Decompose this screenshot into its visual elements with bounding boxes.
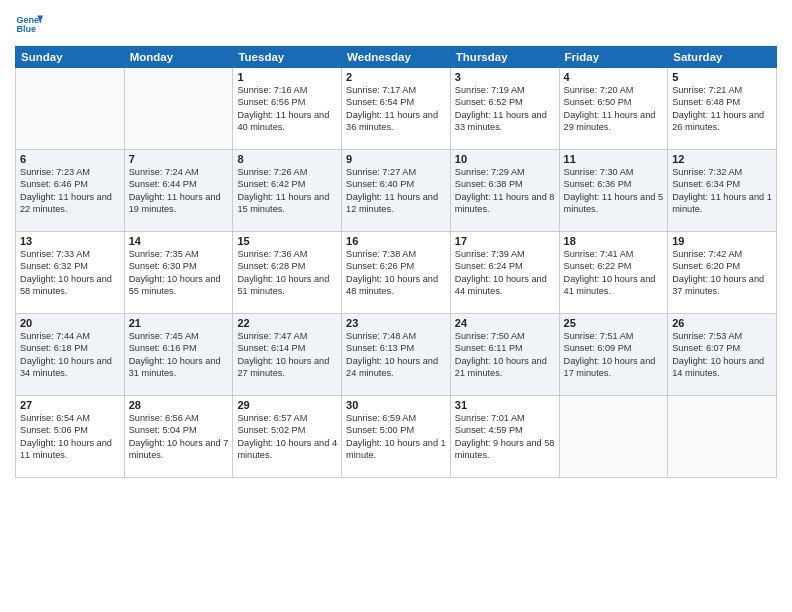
day-info: Sunrise: 7:50 AM Sunset: 6:11 PM Dayligh… <box>455 330 555 380</box>
day-number: 29 <box>237 399 337 411</box>
calendar-cell: 20Sunrise: 7:44 AM Sunset: 6:18 PM Dayli… <box>16 314 125 396</box>
calendar-table: SundayMondayTuesdayWednesdayThursdayFrid… <box>15 46 777 478</box>
calendar-cell: 28Sunrise: 6:56 AM Sunset: 5:04 PM Dayli… <box>124 396 233 478</box>
day-info: Sunrise: 7:44 AM Sunset: 6:18 PM Dayligh… <box>20 330 120 380</box>
day-number: 8 <box>237 153 337 165</box>
calendar-cell: 2Sunrise: 7:17 AM Sunset: 6:54 PM Daylig… <box>342 68 451 150</box>
day-number: 12 <box>672 153 772 165</box>
week-row-1: 1Sunrise: 7:16 AM Sunset: 6:56 PM Daylig… <box>16 68 777 150</box>
day-info: Sunrise: 7:51 AM Sunset: 6:09 PM Dayligh… <box>564 330 664 380</box>
calendar-cell: 15Sunrise: 7:36 AM Sunset: 6:28 PM Dayli… <box>233 232 342 314</box>
weekday-thursday: Thursday <box>450 47 559 68</box>
calendar-cell: 14Sunrise: 7:35 AM Sunset: 6:30 PM Dayli… <box>124 232 233 314</box>
calendar-cell: 13Sunrise: 7:33 AM Sunset: 6:32 PM Dayli… <box>16 232 125 314</box>
day-number: 13 <box>20 235 120 247</box>
calendar-cell: 31Sunrise: 7:01 AM Sunset: 4:59 PM Dayli… <box>450 396 559 478</box>
day-number: 27 <box>20 399 120 411</box>
day-info: Sunrise: 6:56 AM Sunset: 5:04 PM Dayligh… <box>129 412 229 462</box>
day-info: Sunrise: 6:54 AM Sunset: 5:06 PM Dayligh… <box>20 412 120 462</box>
header: General Blue <box>15 10 777 38</box>
day-info: Sunrise: 7:36 AM Sunset: 6:28 PM Dayligh… <box>237 248 337 298</box>
day-number: 2 <box>346 71 446 83</box>
day-number: 6 <box>20 153 120 165</box>
weekday-sunday: Sunday <box>16 47 125 68</box>
calendar-cell <box>16 68 125 150</box>
calendar-body: 1Sunrise: 7:16 AM Sunset: 6:56 PM Daylig… <box>16 68 777 478</box>
day-number: 4 <box>564 71 664 83</box>
day-info: Sunrise: 6:57 AM Sunset: 5:02 PM Dayligh… <box>237 412 337 462</box>
day-number: 23 <box>346 317 446 329</box>
weekday-header-row: SundayMondayTuesdayWednesdayThursdayFrid… <box>16 47 777 68</box>
calendar-cell: 4Sunrise: 7:20 AM Sunset: 6:50 PM Daylig… <box>559 68 668 150</box>
day-number: 28 <box>129 399 229 411</box>
calendar-cell: 17Sunrise: 7:39 AM Sunset: 6:24 PM Dayli… <box>450 232 559 314</box>
calendar-cell: 12Sunrise: 7:32 AM Sunset: 6:34 PM Dayli… <box>668 150 777 232</box>
svg-text:Blue: Blue <box>16 24 36 34</box>
weekday-tuesday: Tuesday <box>233 47 342 68</box>
day-number: 25 <box>564 317 664 329</box>
calendar-cell <box>124 68 233 150</box>
weekday-friday: Friday <box>559 47 668 68</box>
day-number: 20 <box>20 317 120 329</box>
day-info: Sunrise: 7:33 AM Sunset: 6:32 PM Dayligh… <box>20 248 120 298</box>
day-info: Sunrise: 7:01 AM Sunset: 4:59 PM Dayligh… <box>455 412 555 462</box>
weekday-monday: Monday <box>124 47 233 68</box>
calendar-cell: 23Sunrise: 7:48 AM Sunset: 6:13 PM Dayli… <box>342 314 451 396</box>
logo: General Blue <box>15 10 43 38</box>
day-number: 31 <box>455 399 555 411</box>
calendar-cell: 5Sunrise: 7:21 AM Sunset: 6:48 PM Daylig… <box>668 68 777 150</box>
calendar-cell: 1Sunrise: 7:16 AM Sunset: 6:56 PM Daylig… <box>233 68 342 150</box>
day-info: Sunrise: 7:32 AM Sunset: 6:34 PM Dayligh… <box>672 166 772 216</box>
calendar-cell: 27Sunrise: 6:54 AM Sunset: 5:06 PM Dayli… <box>16 396 125 478</box>
day-number: 18 <box>564 235 664 247</box>
calendar-cell: 30Sunrise: 6:59 AM Sunset: 5:00 PM Dayli… <box>342 396 451 478</box>
day-info: Sunrise: 7:24 AM Sunset: 6:44 PM Dayligh… <box>129 166 229 216</box>
calendar-cell: 7Sunrise: 7:24 AM Sunset: 6:44 PM Daylig… <box>124 150 233 232</box>
calendar-cell: 25Sunrise: 7:51 AM Sunset: 6:09 PM Dayli… <box>559 314 668 396</box>
day-info: Sunrise: 7:41 AM Sunset: 6:22 PM Dayligh… <box>564 248 664 298</box>
day-number: 1 <box>237 71 337 83</box>
day-info: Sunrise: 7:16 AM Sunset: 6:56 PM Dayligh… <box>237 84 337 134</box>
logo-icon: General Blue <box>15 10 43 38</box>
day-info: Sunrise: 7:39 AM Sunset: 6:24 PM Dayligh… <box>455 248 555 298</box>
calendar-cell: 10Sunrise: 7:29 AM Sunset: 6:38 PM Dayli… <box>450 150 559 232</box>
calendar-cell: 26Sunrise: 7:53 AM Sunset: 6:07 PM Dayli… <box>668 314 777 396</box>
day-number: 11 <box>564 153 664 165</box>
week-row-5: 27Sunrise: 6:54 AM Sunset: 5:06 PM Dayli… <box>16 396 777 478</box>
day-number: 21 <box>129 317 229 329</box>
week-row-2: 6Sunrise: 7:23 AM Sunset: 6:46 PM Daylig… <box>16 150 777 232</box>
day-info: Sunrise: 7:26 AM Sunset: 6:42 PM Dayligh… <box>237 166 337 216</box>
calendar-cell: 18Sunrise: 7:41 AM Sunset: 6:22 PM Dayli… <box>559 232 668 314</box>
day-info: Sunrise: 7:53 AM Sunset: 6:07 PM Dayligh… <box>672 330 772 380</box>
day-info: Sunrise: 7:17 AM Sunset: 6:54 PM Dayligh… <box>346 84 446 134</box>
calendar-cell: 3Sunrise: 7:19 AM Sunset: 6:52 PM Daylig… <box>450 68 559 150</box>
day-number: 3 <box>455 71 555 83</box>
day-info: Sunrise: 7:21 AM Sunset: 6:48 PM Dayligh… <box>672 84 772 134</box>
day-info: Sunrise: 7:45 AM Sunset: 6:16 PM Dayligh… <box>129 330 229 380</box>
weekday-wednesday: Wednesday <box>342 47 451 68</box>
day-number: 16 <box>346 235 446 247</box>
day-number: 14 <box>129 235 229 247</box>
calendar-cell: 16Sunrise: 7:38 AM Sunset: 6:26 PM Dayli… <box>342 232 451 314</box>
day-info: Sunrise: 7:27 AM Sunset: 6:40 PM Dayligh… <box>346 166 446 216</box>
day-number: 24 <box>455 317 555 329</box>
calendar-cell: 24Sunrise: 7:50 AM Sunset: 6:11 PM Dayli… <box>450 314 559 396</box>
day-number: 30 <box>346 399 446 411</box>
calendar-cell: 9Sunrise: 7:27 AM Sunset: 6:40 PM Daylig… <box>342 150 451 232</box>
day-info: Sunrise: 7:29 AM Sunset: 6:38 PM Dayligh… <box>455 166 555 216</box>
day-info: Sunrise: 7:23 AM Sunset: 6:46 PM Dayligh… <box>20 166 120 216</box>
day-info: Sunrise: 7:30 AM Sunset: 6:36 PM Dayligh… <box>564 166 664 216</box>
week-row-3: 13Sunrise: 7:33 AM Sunset: 6:32 PM Dayli… <box>16 232 777 314</box>
weekday-saturday: Saturday <box>668 47 777 68</box>
calendar-cell <box>668 396 777 478</box>
calendar-cell: 21Sunrise: 7:45 AM Sunset: 6:16 PM Dayli… <box>124 314 233 396</box>
calendar-cell: 22Sunrise: 7:47 AM Sunset: 6:14 PM Dayli… <box>233 314 342 396</box>
week-row-4: 20Sunrise: 7:44 AM Sunset: 6:18 PM Dayli… <box>16 314 777 396</box>
day-number: 9 <box>346 153 446 165</box>
day-number: 5 <box>672 71 772 83</box>
day-number: 26 <box>672 317 772 329</box>
day-number: 22 <box>237 317 337 329</box>
day-number: 10 <box>455 153 555 165</box>
day-info: Sunrise: 7:20 AM Sunset: 6:50 PM Dayligh… <box>564 84 664 134</box>
day-info: Sunrise: 7:38 AM Sunset: 6:26 PM Dayligh… <box>346 248 446 298</box>
